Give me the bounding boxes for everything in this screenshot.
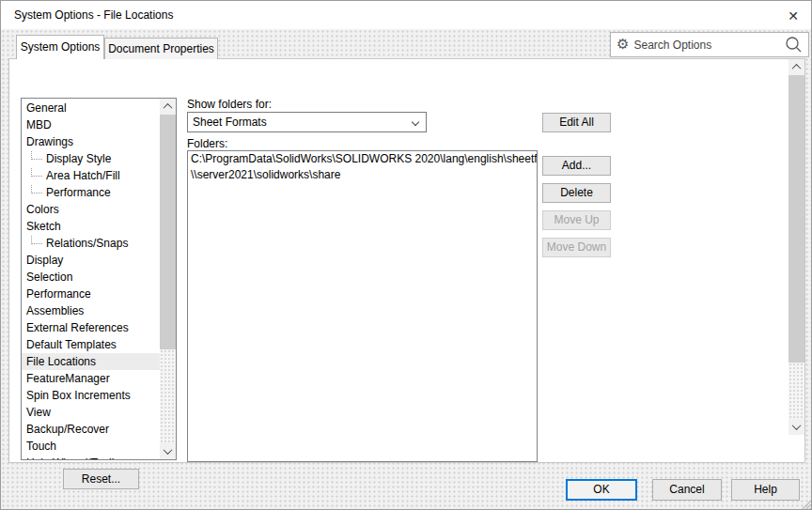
sidebar-item-touch[interactable]: Touch: [22, 438, 160, 455]
search-input[interactable]: [633, 39, 785, 52]
tab-page: General MBD Drawings Display Style Area …: [8, 58, 805, 463]
chevron-down-icon: [792, 421, 802, 430]
tree-branch-icon: [31, 151, 42, 160]
scroll-up-button[interactable]: [789, 59, 804, 75]
sidebar-item-drawings[interactable]: Drawings: [22, 133, 160, 150]
scroll-down-button[interactable]: [160, 443, 176, 459]
reset-button[interactable]: Reset...: [63, 469, 139, 489]
tree-scrollbar[interactable]: [160, 99, 176, 459]
cancel-button[interactable]: Cancel: [652, 479, 722, 501]
page-scrollbar[interactable]: [789, 59, 804, 435]
window-title: System Options - File Locations: [14, 8, 173, 22]
delete-button[interactable]: Delete: [542, 183, 611, 203]
folder-path-item[interactable]: \\server2021\solidworks\share: [188, 167, 537, 183]
edit-all-button[interactable]: Edit All: [542, 113, 611, 132]
tab-document-properties[interactable]: Document Properties: [104, 38, 218, 59]
sidebar-item-featuremanager[interactable]: FeatureManager: [22, 370, 160, 387]
close-icon[interactable]: ✕: [783, 7, 804, 25]
dialog-body: ⚙ System Options Document Properties Gen…: [1, 29, 812, 510]
resize-grip[interactable]: [799, 497, 812, 510]
folders-label: Folders:: [187, 137, 227, 150]
sidebar-item-sketch[interactable]: Sketch: [22, 218, 160, 235]
sidebar-item-external-references[interactable]: External References: [22, 319, 160, 336]
sidebar-item-display[interactable]: Display: [22, 252, 160, 269]
sidebar-item-relations-snaps[interactable]: Relations/Snaps: [22, 235, 160, 252]
sidebar-item-colors[interactable]: Colors: [22, 201, 160, 218]
folders-list: C:\ProgramData\SolidWorks\SOLIDWORKS 202…: [187, 150, 538, 462]
sidebar-item-view[interactable]: View: [22, 404, 160, 421]
scrollbar-track[interactable]: [160, 349, 176, 443]
sidebar-item-hole-wizard-toolbox[interactable]: Hole Wizard/Toolbox: [22, 455, 160, 460]
system-options-dialog: System Options - File Locations ✕ ⚙ Syst…: [0, 0, 812, 510]
tab-system-options[interactable]: System Options: [16, 35, 104, 59]
scrollbar-thumb[interactable]: [160, 115, 176, 349]
sidebar-item-performance-drawings[interactable]: Performance: [22, 184, 160, 201]
sidebar-item-display-style[interactable]: Display Style: [22, 150, 160, 167]
sidebar-item-backup-recover[interactable]: Backup/Recover: [22, 421, 160, 438]
tree-branch-icon: [31, 168, 42, 177]
search-icon: [785, 36, 803, 54]
chevron-down-icon: [412, 118, 419, 126]
show-folders-dropdown[interactable]: Sheet Formats: [187, 112, 427, 132]
chevron-up-icon: [164, 103, 173, 113]
gear-icon: ⚙: [617, 38, 629, 52]
tree-branch-icon: [31, 236, 42, 244]
scroll-down-button[interactable]: [789, 419, 804, 435]
options-tree: General MBD Drawings Display Style Area …: [21, 98, 177, 460]
sidebar-item-file-locations[interactable]: File Locations: [22, 353, 160, 370]
sidebar-item-mbd[interactable]: MBD: [22, 116, 160, 133]
sidebar-item-general[interactable]: General: [22, 100, 160, 116]
scroll-up-button[interactable]: [160, 99, 176, 115]
options-tree-items: General MBD Drawings Display Style Area …: [22, 100, 160, 460]
chevron-down-icon: [164, 445, 173, 455]
sidebar-item-selection[interactable]: Selection: [22, 269, 160, 286]
sidebar-item-area-hatch-fill[interactable]: Area Hatch/Fill: [22, 167, 160, 184]
title-bar: System Options - File Locations ✕: [1, 1, 812, 29]
dropdown-value: Sheet Formats: [193, 116, 267, 129]
sidebar-item-default-templates[interactable]: Default Templates: [22, 336, 160, 353]
scrollbar-thumb[interactable]: [789, 75, 804, 363]
show-folders-label: Show folders for:: [187, 98, 272, 111]
sidebar-item-performance[interactable]: Performance: [22, 286, 160, 302]
tree-branch-icon: [31, 185, 42, 193]
move-down-button: Move Down: [542, 238, 611, 257]
ok-button[interactable]: OK: [566, 479, 637, 501]
add-button[interactable]: Add...: [542, 156, 611, 176]
search-box[interactable]: ⚙: [610, 32, 809, 57]
move-up-button: Move Up: [542, 210, 611, 230]
help-button[interactable]: Help: [731, 479, 800, 501]
scrollbar-track[interactable]: [789, 363, 804, 419]
sidebar-item-assemblies[interactable]: Assemblies: [22, 302, 160, 319]
chevron-up-icon: [792, 64, 802, 73]
sidebar-item-spin-box-increments[interactable]: Spin Box Increments: [22, 387, 160, 404]
folder-path-item[interactable]: C:\ProgramData\SolidWorks\SOLIDWORKS 202…: [188, 151, 537, 167]
